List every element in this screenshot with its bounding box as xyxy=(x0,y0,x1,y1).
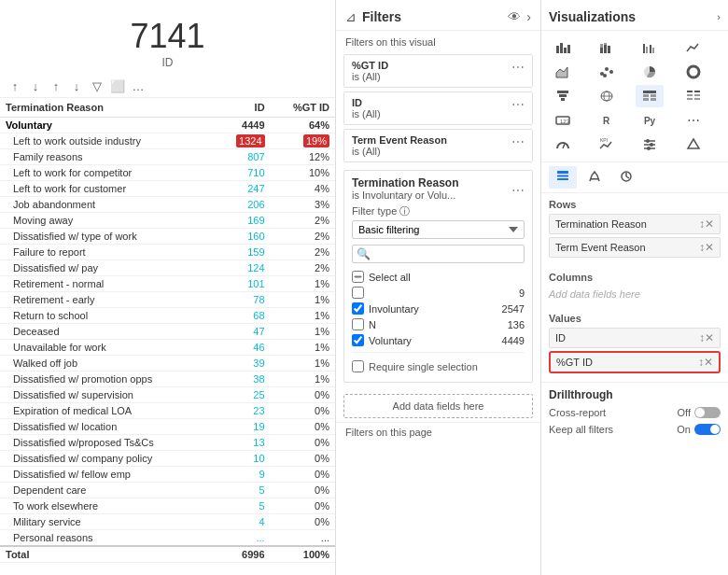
table-row[interactable]: To work elsewhere50% xyxy=(0,498,335,514)
checkbox-1[interactable] xyxy=(352,287,364,299)
table-row[interactable]: Personal reasons...... xyxy=(0,530,335,547)
cell-id: 124 xyxy=(217,260,271,276)
cell-reason: Dependent care xyxy=(0,483,217,498)
tab-analytics[interactable] xyxy=(612,166,640,189)
map-icon[interactable] xyxy=(593,85,621,107)
filter-eye-icon[interactable]: 👁 xyxy=(508,9,521,24)
require-single-checkbox[interactable] xyxy=(352,360,364,372)
table-row[interactable]: Deceased471% xyxy=(0,324,335,340)
table-row[interactable]: Voluntary444964% xyxy=(0,118,335,133)
table-row[interactable]: Dissatisfied w/ company policy100% xyxy=(0,451,335,467)
move-up-icon[interactable]: ↑ xyxy=(49,78,63,93)
table-row[interactable]: Dissatisfied w/ type of work1602% xyxy=(0,229,335,245)
checkbox-2[interactable] xyxy=(352,302,364,315)
filter-item[interactable]: ⋯ Term Event Reason is (All) xyxy=(343,129,533,162)
field-remove-id-icon[interactable]: ✕ xyxy=(705,331,714,344)
area-chart-icon[interactable] xyxy=(549,61,577,83)
table-row[interactable]: Failure to report1592% xyxy=(0,245,335,260)
shape-icon[interactable] xyxy=(679,133,707,156)
expand-icon[interactable]: ⬜ xyxy=(110,78,125,93)
checkbox-4[interactable] xyxy=(352,334,364,346)
matrix-viz-icon[interactable] xyxy=(679,85,707,107)
term-filter-more-icon[interactable]: ⋯ xyxy=(511,183,525,198)
keep-filters-toggle[interactable]: On xyxy=(677,424,721,435)
table-row[interactable]: Left to work for customer2474% xyxy=(0,181,335,197)
table-row[interactable]: Job abandonment2063% xyxy=(0,197,335,213)
cross-report-toggle[interactable]: Off xyxy=(678,407,721,418)
r-script-icon[interactable]: R xyxy=(593,109,621,132)
checkbox-0[interactable] xyxy=(352,271,364,283)
cell-pct: 1% xyxy=(271,308,335,324)
field-remove-pct-icon[interactable]: ✕ xyxy=(704,356,713,369)
add-data-fields-button[interactable]: Add data fields here xyxy=(343,394,533,418)
field-tag-pct-gt-id[interactable]: %GT ID ↕ ✕ xyxy=(549,351,721,373)
cell-id: 23 xyxy=(217,403,271,419)
stacked-bar-icon[interactable] xyxy=(593,36,621,59)
cross-report-switch[interactable] xyxy=(694,407,721,418)
scatter-chart-icon[interactable] xyxy=(593,61,621,83)
filter-item[interactable]: ⋯ %GT ID is (All) xyxy=(343,54,533,88)
table-row[interactable]: Dissatisfied w/ location190% xyxy=(0,419,335,435)
field-tag-termination-reason[interactable]: Termination Reason ↕ ✕ xyxy=(549,214,721,234)
table-row[interactable]: Military service40% xyxy=(0,514,335,530)
clustered-bar-icon[interactable] xyxy=(636,36,664,59)
table-row[interactable]: Moving away1692% xyxy=(0,213,335,229)
filter-item[interactable]: ⋯ ID is (All) xyxy=(343,91,533,125)
field-remove-icon[interactable]: ✕ xyxy=(705,217,714,231)
bar-chart-icon[interactable] xyxy=(549,36,577,59)
keep-filters-switch[interactable] xyxy=(694,424,721,435)
table-row[interactable]: Dissatisfied w/proposed Ts&Cs130% xyxy=(0,435,335,451)
table-row[interactable]: Walked off job391% xyxy=(0,356,335,372)
table-panel: 7141 ID ↑ ↓ ↑ ↓ ▽ ⬜ … Termination Reason… xyxy=(0,0,336,575)
visualizations-panel: Visualizations › xyxy=(541,0,728,575)
table-row[interactable]: Dependent care50% xyxy=(0,483,335,498)
field-name-id: ID xyxy=(555,332,696,344)
col-header-id[interactable]: ID xyxy=(217,98,271,118)
filter-type-select[interactable]: Basic filtering xyxy=(352,220,525,239)
table-viz-icon[interactable] xyxy=(636,85,664,107)
viz-expand-icon[interactable]: › xyxy=(717,11,721,22)
table-row[interactable]: Left to work outside industry132419% xyxy=(0,133,335,149)
table-row[interactable]: Expiration of medical LOA230% xyxy=(0,403,335,419)
table-row[interactable]: Dissatisfied w/ supervision250% xyxy=(0,387,335,403)
sort-down-icon[interactable]: ↓ xyxy=(28,78,43,93)
table-row[interactable]: Dissatisfied w/ pay1242% xyxy=(0,260,335,276)
table-row[interactable]: Retirement - early781% xyxy=(0,292,335,308)
table-row[interactable]: Retirement - normal1011% xyxy=(0,276,335,292)
checkbox-3[interactable] xyxy=(352,318,364,330)
filter-expand-icon[interactable]: › xyxy=(526,9,531,24)
table-row[interactable]: Dissatisfied w/ promotion opps381% xyxy=(0,372,335,387)
table-row[interactable]: Dissatisfied w/ fellow emp90% xyxy=(0,467,335,483)
move-down-icon[interactable]: ↓ xyxy=(69,78,84,93)
line-chart-icon[interactable] xyxy=(679,36,707,59)
filter-item-more-icon[interactable]: ⋯ xyxy=(511,97,525,112)
tab-format[interactable] xyxy=(581,166,609,189)
filter-icon[interactable]: ▽ xyxy=(90,78,105,93)
card-icon[interactable]: 123 xyxy=(549,109,577,132)
filter-item-more-icon[interactable]: ⋯ xyxy=(511,134,525,149)
rows-section: Rows Termination Reason ↕ ✕ Term Event R… xyxy=(541,193,728,266)
filter-item-more-icon[interactable]: ⋯ xyxy=(511,60,525,75)
gauge-icon[interactable] xyxy=(549,133,577,156)
table-row[interactable]: Left to work for competitor71010% xyxy=(0,165,335,181)
filter-search-input[interactable] xyxy=(371,248,520,259)
kpi-icon[interactable]: KPI xyxy=(593,133,621,156)
pie-chart-icon[interactable] xyxy=(636,61,664,83)
table-row[interactable]: Return to school681% xyxy=(0,308,335,324)
table-row[interactable]: Unavailable for work461% xyxy=(0,340,335,356)
col-header-reason[interactable]: Termination Reason xyxy=(0,98,217,118)
more-options-icon[interactable]: … xyxy=(131,78,146,93)
more-viz-icon[interactable]: ⋯ xyxy=(679,109,707,132)
field-tag-term-event-reason[interactable]: Term Event Reason ↕ ✕ xyxy=(549,237,721,258)
table-row[interactable]: Family reasons80712% xyxy=(0,149,335,165)
donut-chart-icon[interactable] xyxy=(679,61,707,83)
field-tag-id[interactable]: ID ↕ ✕ xyxy=(549,328,721,348)
slicer-icon[interactable] xyxy=(636,133,664,156)
field-remove-icon-2[interactable]: ✕ xyxy=(705,241,714,254)
sort-up-icon[interactable]: ↑ xyxy=(7,78,22,93)
funnel-icon[interactable] xyxy=(549,85,577,107)
cell-reason: Retirement - normal xyxy=(0,276,217,292)
python-icon[interactable]: Py xyxy=(636,109,664,132)
col-header-pct[interactable]: %GT ID xyxy=(271,98,335,118)
tab-fields[interactable] xyxy=(549,166,577,189)
